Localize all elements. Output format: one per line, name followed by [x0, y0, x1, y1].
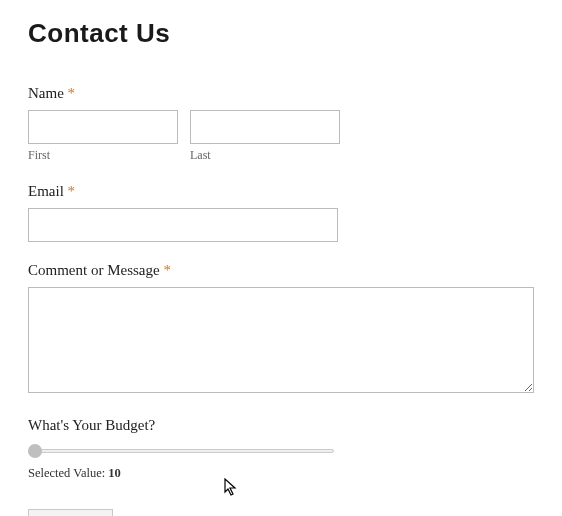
slider-track: [28, 449, 334, 453]
name-label-text: Name: [28, 85, 64, 101]
required-asterisk: *: [68, 183, 76, 199]
last-name-sublabel: Last: [190, 148, 340, 163]
email-field: Email *: [28, 183, 534, 242]
submit-button[interactable]: Submit: [28, 509, 113, 516]
name-label: Name *: [28, 85, 534, 102]
message-label: Comment or Message *: [28, 262, 534, 279]
name-field: Name * First Last: [28, 85, 534, 163]
selected-value-number: 10: [108, 466, 121, 480]
selected-value-label: Selected Value:: [28, 466, 108, 480]
budget-field: What's Your Budget? Selected Value: 10: [28, 417, 534, 481]
page-title: Contact Us: [28, 18, 534, 49]
message-label-text: Comment or Message: [28, 262, 160, 278]
first-name-sublabel: First: [28, 148, 178, 163]
email-input[interactable]: [28, 208, 338, 242]
message-field: Comment or Message *: [28, 262, 534, 397]
last-name-input[interactable]: [190, 110, 340, 144]
first-name-input[interactable]: [28, 110, 178, 144]
required-asterisk: *: [163, 262, 171, 278]
slider-thumb[interactable]: [28, 444, 42, 458]
message-textarea[interactable]: [28, 287, 534, 393]
required-asterisk: *: [68, 85, 76, 101]
budget-selected-value: Selected Value: 10: [28, 466, 534, 481]
email-label-text: Email: [28, 183, 64, 199]
budget-slider[interactable]: [28, 442, 334, 460]
budget-label: What's Your Budget?: [28, 417, 534, 434]
email-label: Email *: [28, 183, 534, 200]
